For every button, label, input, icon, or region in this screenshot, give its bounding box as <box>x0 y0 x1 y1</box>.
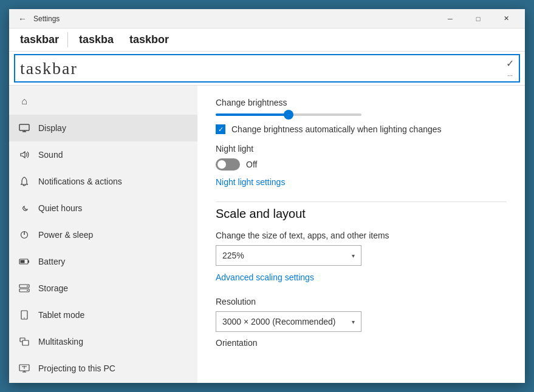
settings-window: ← Settings ─ □ ✕ taskbar taskba taskbor … <box>9 9 525 383</box>
svg-point-13 <box>24 317 25 319</box>
quiet-hours-icon <box>19 203 30 214</box>
resolution-dropdown[interactable]: 3000 × 2000 (Recommended) ▾ <box>216 311 361 332</box>
back-icon: ← <box>18 14 27 24</box>
auto-brightness-row: ✓ Change brightness automatically when l… <box>216 124 507 134</box>
resolution-value: 3000 × 2000 (Recommended) <box>222 317 335 326</box>
scale-layout-section: Scale and layout Change the size of text… <box>216 207 507 348</box>
sidebar-item-power[interactable]: Power & sleep <box>9 221 197 248</box>
orientation-label: Orientation <box>216 338 507 348</box>
toggle-off-label: Off <box>246 160 257 169</box>
sidebar-item-display[interactable]: Display <box>9 115 197 141</box>
size-dropdown[interactable]: 225% ▾ <box>216 245 361 266</box>
advanced-scaling-link[interactable]: Advanced scaling settings <box>216 272 314 282</box>
autocomplete-area: taskbar taskba taskbor taskbar ✓ ··· <box>9 29 525 86</box>
sidebar-item-sound[interactable]: Sound <box>9 141 197 168</box>
back-button[interactable]: ← <box>14 10 31 27</box>
tablet-icon <box>19 309 30 320</box>
sidebar-item-battery[interactable]: Battery <box>9 248 197 275</box>
window-controls: ─ □ ✕ <box>436 9 520 29</box>
size-value: 225% <box>222 251 244 260</box>
multitasking-icon <box>19 336 30 347</box>
sidebar-label-multitasking: Multitasking <box>38 337 83 346</box>
divider-1 <box>216 201 507 202</box>
brightness-slider-container <box>216 113 507 116</box>
display-icon <box>19 123 30 133</box>
sidebar-label-display: Display <box>38 123 66 133</box>
sidebar-label-battery: Battery <box>38 257 65 266</box>
sidebar-label-power: Power & sleep <box>38 230 93 240</box>
sidebar-item-tablet[interactable]: Tablet mode <box>9 302 197 328</box>
handwriting-input: taskbar <box>20 59 506 78</box>
scale-layout-title: Scale and layout <box>216 207 507 221</box>
svg-point-11 <box>27 290 28 291</box>
sidebar-label-projecting: Projecting to this PC <box>38 363 115 373</box>
night-light-settings-link[interactable]: Night light settings <box>216 177 285 187</box>
right-panel: Change brightness ✓ Change brightness au… <box>197 86 525 383</box>
toggle-thumb <box>217 160 226 169</box>
resolution-label: Resolution <box>216 297 507 306</box>
night-light-toggle-row: Off <box>216 158 507 171</box>
svg-point-10 <box>27 286 28 287</box>
sidebar-item-projecting[interactable]: Projecting to this PC <box>9 355 197 382</box>
resolution-dropdown-arrow: ▾ <box>352 319 355 325</box>
sidebar-label-quiet-hours: Quiet hours <box>38 203 82 213</box>
search-input-box[interactable]: taskbar ✓ ··· <box>14 54 520 83</box>
sound-icon <box>19 149 30 160</box>
sidebar-label-tablet: Tablet mode <box>38 310 84 320</box>
sidebar-item-storage[interactable]: Storage <box>9 275 197 302</box>
sidebar: ⌂ Display Sound Notificati <box>9 86 197 383</box>
sidebar-item-notifications[interactable]: Notifications & actions <box>9 168 197 195</box>
main-content: ⌂ Display Sound Notificati <box>9 86 525 383</box>
battery-icon <box>19 256 30 267</box>
size-label: Change the size of text, apps, and other… <box>216 231 507 240</box>
checkbox-check-icon: ✓ <box>218 126 224 133</box>
auto-brightness-label: Change brightness automatically when lig… <box>231 124 442 134</box>
notifications-icon <box>19 176 30 187</box>
autocomplete-suggestions: taskbar taskba taskbor <box>9 29 525 52</box>
sidebar-label-storage: Storage <box>38 283 68 293</box>
night-light-label: Night light <box>216 144 507 154</box>
close-button[interactable]: ✕ <box>492 9 520 29</box>
auto-brightness-checkbox[interactable]: ✓ <box>216 124 225 134</box>
slider-thumb <box>284 110 293 120</box>
brightness-section: Change brightness ✓ Change brightness au… <box>216 98 507 134</box>
home-icon: ⌂ <box>19 96 30 107</box>
power-icon <box>19 229 30 240</box>
input-actions: ✓ ··· <box>506 58 514 79</box>
sidebar-item-quiet-hours[interactable]: Quiet hours <box>9 195 197 221</box>
confirm-icon[interactable]: ✓ <box>506 58 514 69</box>
brightness-slider[interactable] <box>216 113 361 116</box>
slider-fill <box>216 113 289 116</box>
window-title: Settings <box>33 15 60 23</box>
brightness-label: Change brightness <box>216 98 507 107</box>
svg-rect-7 <box>21 260 25 263</box>
sidebar-label-notifications: Notifications & actions <box>38 177 122 186</box>
svg-rect-15 <box>22 340 29 345</box>
minimize-button[interactable]: ─ <box>436 9 464 29</box>
titlebar: ← Settings ─ □ ✕ <box>9 9 525 29</box>
suggestion-1[interactable]: taskba <box>74 32 118 47</box>
night-light-section: Night light Off Night light settings <box>216 144 507 197</box>
night-light-toggle[interactable] <box>216 158 240 171</box>
sidebar-home[interactable]: ⌂ <box>9 88 197 115</box>
storage-icon <box>19 283 30 294</box>
projecting-icon <box>19 363 30 374</box>
size-dropdown-arrow: ▾ <box>352 252 355 259</box>
sidebar-item-multitasking[interactable]: Multitasking <box>9 328 197 355</box>
svg-rect-6 <box>28 260 29 263</box>
suggestion-0[interactable]: taskbar <box>15 32 68 47</box>
suggestion-2[interactable]: taskbor <box>125 32 174 47</box>
svg-rect-0 <box>19 124 29 130</box>
restore-button[interactable]: □ <box>464 9 492 29</box>
more-icon[interactable]: ··· <box>507 72 513 79</box>
sidebar-label-sound: Sound <box>38 150 63 160</box>
